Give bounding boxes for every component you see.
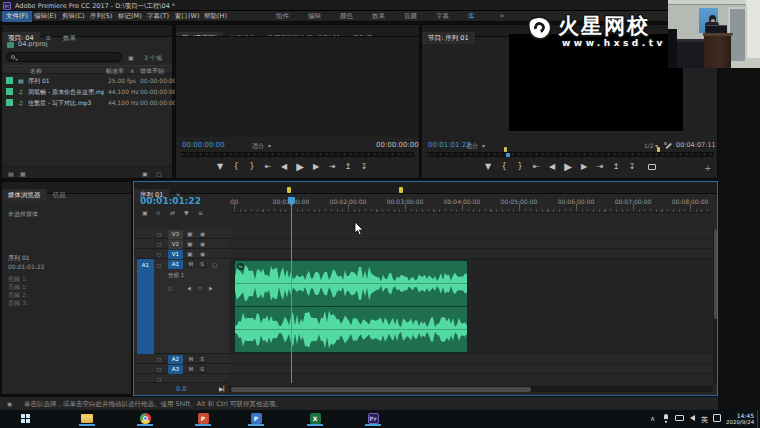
scroll-end-icon[interactable]: ▶▏ — [219, 385, 228, 392]
a3-mute-button[interactable]: M — [187, 365, 195, 373]
settings-wrench-icon[interactable] — [665, 143, 671, 149]
microphone-icon[interactable] — [664, 414, 668, 421]
v3-track-lane[interactable] — [229, 229, 713, 239]
scrollbar-thumb[interactable] — [714, 229, 717, 319]
tab-program[interactable]: 节目: 序列 01 — [422, 32, 475, 44]
premiere-taskbar-icon[interactable]: Pr — [362, 411, 384, 426]
linked-selection-icon[interactable]: ⇄ — [170, 209, 175, 217]
powerpoint-icon[interactable]: P — [192, 411, 214, 426]
lock-icon[interactable]: ◻ — [157, 250, 161, 258]
mark-in-button[interactable]: { — [496, 161, 512, 175]
v3-track-name[interactable]: V3 — [168, 230, 183, 239]
overwrite-button[interactable]: ↧ — [356, 161, 372, 175]
icon-view-icon[interactable]: ▦ — [20, 170, 26, 178]
a1-source-patch[interactable]: A1 — [137, 259, 154, 354]
lock-icon[interactable]: ◻ — [157, 365, 161, 373]
add-marker-button[interactable]: ▼ — [212, 161, 228, 175]
a2-track-lane[interactable] — [229, 354, 713, 364]
filter-bin-icon[interactable]: ▣ — [128, 54, 134, 62]
player-app-icon[interactable]: P — [245, 411, 267, 426]
tray-hidden-icons-chevron[interactable]: ∧ — [650, 415, 655, 423]
a3-solo-button[interactable]: S — [198, 365, 206, 373]
export-frame-button[interactable] — [640, 161, 656, 175]
menu-item-edit[interactable]: 编辑(E) — [30, 11, 60, 22]
program-fit-dropdown[interactable]: 适合 — [466, 142, 478, 151]
label-color-chip[interactable] — [6, 77, 13, 84]
lock-icon[interactable]: ◻ — [157, 230, 161, 238]
workspace-tab-assembly[interactable]: 组件 — [276, 11, 289, 22]
go-to-in-button[interactable]: ⇤ — [260, 161, 276, 175]
a2-track-name[interactable]: A2 — [168, 355, 183, 364]
sync-lock-icon[interactable]: ▣ — [187, 250, 193, 258]
tab-effects[interactable]: 效果 — [57, 32, 82, 44]
project-row-sequence[interactable]: ▤ 序列 01 25.00 fps 00:00:00:00 — [2, 75, 172, 86]
menu-item-help[interactable]: 帮助(H) — [200, 11, 231, 22]
insert-button[interactable]: ↥ — [340, 161, 356, 175]
menu-item-sequence[interactable]: 序列(S) — [86, 11, 116, 22]
timeline-horizontal-scrollbar[interactable] — [229, 386, 713, 392]
lock-icon[interactable]: ◻ — [157, 261, 161, 269]
new-bin-icon[interactable]: ▣ — [142, 170, 148, 178]
menu-item-title[interactable]: 字幕(T) — [143, 11, 173, 22]
go-to-out-button[interactable]: ⇥ — [324, 161, 340, 175]
go-to-in-button[interactable]: ⇤ — [528, 161, 544, 175]
volume-icon[interactable] — [690, 415, 695, 421]
menu-item-window[interactable]: 窗口(W) — [171, 11, 204, 22]
a1-mute-button[interactable]: M — [187, 260, 195, 268]
lift-button[interactable]: ↥ — [608, 161, 624, 175]
step-back-button[interactable]: ◀ — [276, 161, 292, 175]
item-name[interactable]: 周笔畅 - 原来你也在这里.mp3 — [28, 88, 104, 97]
tab-media-browser[interactable]: 媒体浏览器 — [2, 189, 47, 201]
lock-icon[interactable]: ◻ — [157, 375, 161, 383]
a3-track-lane[interactable] — [229, 364, 713, 374]
v1-track-name[interactable]: V1 — [168, 250, 183, 259]
item-name[interactable]: 佳繁星 - 写下对比.mp3 — [28, 99, 104, 108]
track-output-eye-icon[interactable]: ◉ — [200, 240, 205, 248]
step-forward-button[interactable]: ▶ — [576, 161, 592, 175]
label-color-chip[interactable] — [6, 88, 13, 95]
source-timecode[interactable]: 00:00:00:00 — [182, 141, 225, 149]
workspace-tab-libraries[interactable]: 库 — [468, 11, 475, 22]
add-button[interactable]: + — [704, 163, 712, 173]
voiceover-record-icon[interactable]: ○ — [212, 261, 217, 269]
project-row-audio-2[interactable]: ♫ 佳繁星 - 写下对比.mp3 44,100 Hz 00:00:00:00 — [2, 97, 172, 108]
chrome-icon[interactable] — [134, 411, 156, 426]
mark-out-button[interactable]: } — [244, 161, 260, 175]
menu-item-marker[interactable]: 标记(M) — [114, 11, 146, 22]
label-color-chip[interactable] — [6, 99, 13, 106]
snap-icon[interactable]: ∪ — [156, 209, 160, 217]
v2-track-lane[interactable] — [229, 239, 713, 249]
workspace-tab-audio[interactable]: 音频 — [404, 11, 417, 22]
timeline-timecode[interactable]: 00:01:01:22 — [140, 196, 201, 206]
a2-mute-button[interactable]: M — [187, 355, 195, 363]
program-resolution-dropdown[interactable]: 1/2 — [644, 142, 654, 149]
keyframe-prev-icon[interactable]: ◀ — [187, 284, 191, 292]
v1-track-lane[interactable] — [229, 249, 713, 259]
timeline-playhead-line[interactable] — [291, 197, 292, 383]
search-input[interactable] — [6, 52, 122, 62]
program-marker-2[interactable] — [657, 147, 660, 152]
lock-icon[interactable]: ◻ — [157, 240, 161, 248]
program-marker-1[interactable] — [504, 147, 507, 152]
play-button[interactable]: ▶ — [560, 161, 576, 175]
go-to-out-button[interactable]: ⇥ — [592, 161, 608, 175]
a2-solo-button[interactable]: S — [198, 355, 206, 363]
sync-lock-icon[interactable]: ▣ — [187, 230, 193, 238]
item-name[interactable]: 序列 01 — [28, 77, 104, 86]
workspace-overflow-icon[interactable]: » — [500, 11, 504, 22]
menu-item-file[interactable]: 文件(F) — [2, 11, 32, 22]
keyframe-add-icon[interactable]: ◇ — [198, 284, 202, 292]
master-volume-level[interactable]: 0.0 — [176, 385, 186, 393]
play-button[interactable]: ▶ — [292, 161, 308, 175]
a1-solo-button[interactable]: S — [198, 260, 206, 268]
v2-track-name[interactable]: V2 — [168, 240, 183, 249]
a3-track-name[interactable]: A3 — [168, 365, 183, 374]
program-playhead[interactable] — [506, 153, 510, 157]
extract-button[interactable]: ↧ — [624, 161, 640, 175]
sequence-marker-1[interactable] — [287, 187, 291, 193]
workspace-tab-color[interactable]: 颜色 — [340, 11, 353, 22]
list-view-icon[interactable]: ▤ — [8, 170, 14, 178]
scrollbar-thumb[interactable] — [231, 387, 531, 392]
start-button[interactable] — [14, 411, 36, 426]
add-marker-icon[interactable]: ▼ — [184, 209, 189, 217]
